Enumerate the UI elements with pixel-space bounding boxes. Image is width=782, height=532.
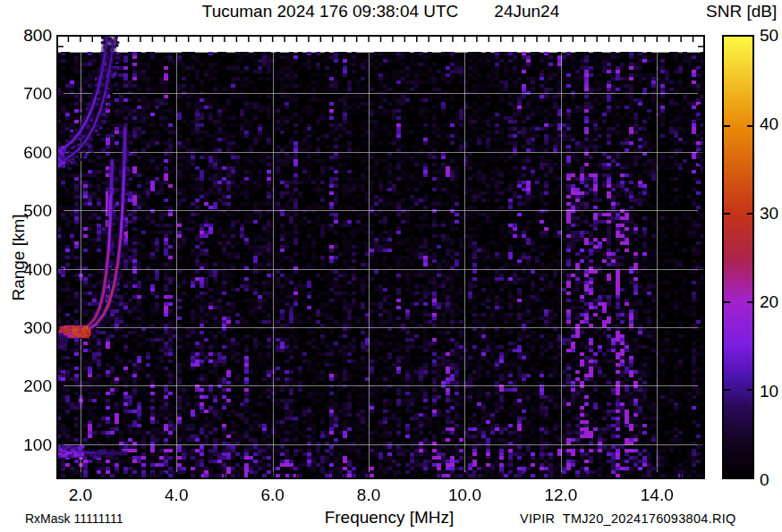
colorbar-tick-label: 40 [760,114,778,134]
ionogram-canvas [56,35,705,479]
colorbar-dash [747,125,753,127]
x-axis-tick-label: 4.0 [148,486,205,505]
x-axis-tick-label: 8.0 [340,486,397,505]
colorbar-dash [724,125,730,127]
plot-title-main: Tucuman 2024 176 09:38:04 UTC [202,2,459,21]
data-file-label: VIPIR TMJ20_2024176093804.RIQ [520,511,736,526]
y-axis-title: Range [km] [9,208,29,307]
x-axis-tick-label: 6.0 [244,486,302,505]
x-axis-tick-label: 10.0 [436,486,493,505]
y-axis-tick-label: 100 [13,435,52,455]
colorbar-tick-label: 10 [760,382,778,401]
y-axis-tick-label: 700 [13,84,52,104]
colorbar-tick-label: 50 [760,26,778,46]
colorbar-dash [724,301,730,303]
colorbar-dash [724,389,730,391]
colorbar-dash [747,389,753,391]
x-axis-tick-label: 2.0 [52,486,109,505]
y-axis-tick-label: 300 [13,318,52,338]
x-axis-tick-label: 12.0 [532,486,590,505]
ionogram-app: Tucuman 2024 176 09:38:04 UTC 24Jun24 SN… [0,0,782,532]
y-axis-tick-label: 500 [13,201,52,221]
x-axis-tick-label: 14.0 [628,486,685,505]
colorbar-title: SNR [dB] [706,2,777,21]
colorbar-tick-label: 0 [760,470,769,490]
colorbar-tick-label: 30 [760,204,778,224]
plot-title-date: 24Jun24 [494,2,559,21]
y-axis-tick-label: 400 [13,260,52,280]
snr-colorbar [722,35,754,479]
colorbar-tick-label: 20 [760,292,778,312]
colorbar-dash [724,213,730,215]
colorbar-dash [747,301,753,303]
y-axis-tick-label: 800 [13,26,52,46]
colorbar-dash [747,213,753,215]
y-axis-tick-label: 600 [13,143,52,163]
rx-mask-label: RxMask 11111111 [25,511,123,526]
x-axis-title: Frequency [MHz] [318,508,461,528]
y-axis-tick-label: 200 [13,376,52,396]
plot-title: Tucuman 2024 176 09:38:04 UTC 24Jun24 [56,2,705,21]
